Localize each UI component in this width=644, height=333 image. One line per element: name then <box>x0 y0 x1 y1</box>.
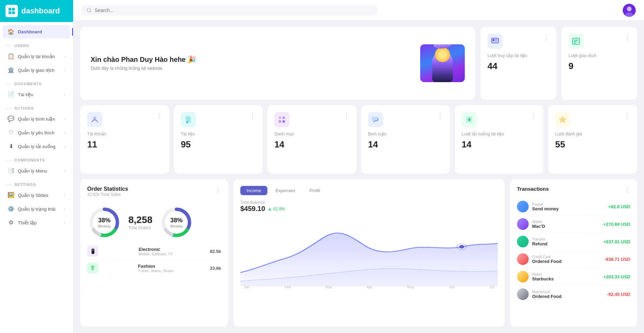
tx-category-3: Credit Card <box>532 255 562 259</box>
sidebar-label-slides: Quản lý Slides <box>18 192 48 198</box>
sidebar-item-trang-thai[interactable]: ⚙️ Quản lý trạng thái › <box>3 202 70 215</box>
sidebar-label-binh-luan: Quản lý bình luận <box>18 116 55 122</box>
income-card: Income Expenses Profit Total Balance $45… <box>233 179 505 327</box>
search-icon <box>87 8 92 13</box>
sidebar-item-tai-xuong[interactable]: ⬇ Quản lý tải xuống › <box>3 140 70 153</box>
transactions-title: Transactions <box>517 186 549 192</box>
stat-label-1: Tài liệu <box>181 131 256 136</box>
tx-info-3: Credit Card Ordered Food <box>532 255 562 264</box>
binh-luan-icon: 💬 <box>8 115 14 122</box>
stat-card-1: ⋮ Tài liệu 95 <box>174 105 263 174</box>
dots-5[interactable]: ⋮ <box>624 112 630 120</box>
sidebar-label-tai-lieu: Tài liệu <box>18 92 33 97</box>
dots-1[interactable]: ⋮ <box>250 112 256 120</box>
svg-point-22 <box>186 121 188 123</box>
x-label-4: May <box>407 285 414 289</box>
dots-giao-dich[interactable]: ⋮ <box>624 34 630 41</box>
svg-line-5 <box>90 11 91 12</box>
svg-rect-14 <box>573 38 579 44</box>
section-components: COMPONENTS <box>0 153 73 164</box>
tab-income[interactable]: Income <box>240 186 267 195</box>
dots-truy-cap[interactable]: ⋮ <box>543 34 549 41</box>
sidebar-item-dashboard[interactable]: 🏠 Dashboard <box>3 25 70 38</box>
arrow-binh-luan: › <box>64 117 66 121</box>
tx-name-5: Ordered Food <box>532 294 562 299</box>
stat-label-0: Tài khoản <box>87 131 162 136</box>
top-row: Xin chào Phan Duy Hào hehe 🎉 Dưới đây là… <box>80 27 637 100</box>
welcome-text: Xin chào Phan Duy Hào hehe 🎉 Dưới đây là… <box>91 55 196 71</box>
tx-name-2: Refund <box>532 241 548 246</box>
cat-val-0: 82.5k <box>210 249 221 254</box>
stat-value-1: 95 <box>181 139 256 150</box>
search-input[interactable] <box>95 8 372 13</box>
tx-avatar-3 <box>517 253 529 265</box>
dashboard-content: Xin chào Phan Duy Hào hehe 🎉 Dưới đây là… <box>73 21 644 333</box>
svg-rect-26 <box>283 120 285 123</box>
dots-order[interactable]: ⋮ <box>215 186 221 193</box>
arrow-tai-lieu: › <box>64 92 66 97</box>
tai-khoan-icon: 📋 <box>8 53 14 59</box>
sidebar-item-slides[interactable]: 🖼️ Quản lý Slides › <box>3 188 70 202</box>
tai-lieu-icon: 📄 <box>8 91 14 98</box>
tx-amount-3: -838.71 USD <box>605 257 630 262</box>
sidebar-item-thiet-lap[interactable]: ⚙ Thiết lập › <box>3 216 70 229</box>
sidebar-item-yeu-thich[interactable]: ♡ Quản lý yêu thích › <box>3 126 70 139</box>
sidebar-item-binh-luan[interactable]: 💬 Quản lý bình luận › <box>3 112 70 125</box>
cat-name-1: Fashion <box>138 264 173 269</box>
label-giao-dich: Lượt giao dịch <box>568 53 630 58</box>
search-box[interactable] <box>82 5 377 15</box>
icon-svg-4 <box>465 115 473 124</box>
svg-rect-0 <box>9 8 11 11</box>
sidebar-item-menu[interactable]: 📑 Quản lý Menu › <box>3 164 70 177</box>
sidebar-label-yeu-thich: Quản lý yêu thích <box>18 130 55 135</box>
tx-category-0: Paypal <box>532 202 559 206</box>
tab-profit[interactable]: Profit <box>303 186 326 195</box>
welcome-card: Xin chào Phan Duy Hào hehe 🎉 Dưới đây là… <box>80 27 475 100</box>
balance-value: $459.10 <box>240 205 265 213</box>
dashboard-label: Dashboard <box>18 29 42 34</box>
tab-buttons: Income Expenses Profit <box>240 186 498 195</box>
stat-icon-truy-cap <box>487 34 503 49</box>
tx-category-1: Wallet <box>532 220 545 224</box>
order-total-label: Total Orders <box>128 225 152 230</box>
svg-rect-1 <box>12 8 15 11</box>
stat-card-giao-dich: ⋮ Lượt giao dịch 9 <box>562 27 637 100</box>
stat-value-5: 55 <box>555 139 630 150</box>
section-actions: ACTIONS <box>0 101 73 112</box>
avatar <box>623 4 636 17</box>
tx-category-4: Wallet <box>532 272 554 276</box>
anime-character <box>420 44 465 82</box>
chart-dot <box>459 245 464 248</box>
cat-name-0: Electronic <box>139 247 173 252</box>
dots-3[interactable]: ⋮ <box>437 112 443 120</box>
dots-transactions[interactable]: ⋮ <box>624 186 630 193</box>
arrow-giao-dich: › <box>64 68 66 72</box>
tx-name-1: Mac'D <box>532 224 545 229</box>
tab-expenses[interactable]: Expenses <box>269 186 301 195</box>
stat-value-2: 14 <box>274 139 349 150</box>
x-label-6: Jul <box>490 285 494 289</box>
value-giao-dich: 9 <box>568 61 630 71</box>
section-documents: DOCUMENTS <box>0 77 73 87</box>
sidebar-item-tai-lieu[interactable]: 📄 Tài liệu › <box>3 88 70 101</box>
area-chart-svg <box>240 218 498 286</box>
svg-rect-12 <box>495 39 497 40</box>
dots-4[interactable]: ⋮ <box>530 112 537 120</box>
sidebar-label-menu: Quản lý Menu <box>18 168 47 174</box>
sidebar-item-giao-dich[interactable]: 🏛️ Quản lý giao dịch › <box>3 63 70 77</box>
sidebar-label-thiet-lap: Thiết lập <box>18 220 37 225</box>
sidebar-item-tai-khoan[interactable]: 📋 Quản lý tài khoản › <box>3 49 70 63</box>
transactions-card: Transactions ⋮ Paypal Send money +82.6 U… <box>510 179 637 327</box>
svg-marker-29 <box>559 116 566 123</box>
stat-card-truy-cap: ⋮ Lượt truy cập tài liệu 44 <box>481 27 556 100</box>
x-label-0: Jan <box>244 285 250 289</box>
giao-dich-svg <box>572 37 580 45</box>
truy-cap-svg <box>491 37 499 45</box>
stat-icon-5 <box>555 112 570 127</box>
tx-header: Transactions ⋮ <box>517 186 630 197</box>
dots-2[interactable]: ⋮ <box>343 112 349 120</box>
tx-item-0: Paypal Send money +82.6 USD <box>517 198 630 215</box>
stat-card-3: ⋮ Bình luận 14 <box>361 105 450 174</box>
cat-info-0: Electronic Mobile, Earbuds, TV <box>139 247 173 256</box>
dots-0[interactable]: ⋮ <box>156 112 162 120</box>
